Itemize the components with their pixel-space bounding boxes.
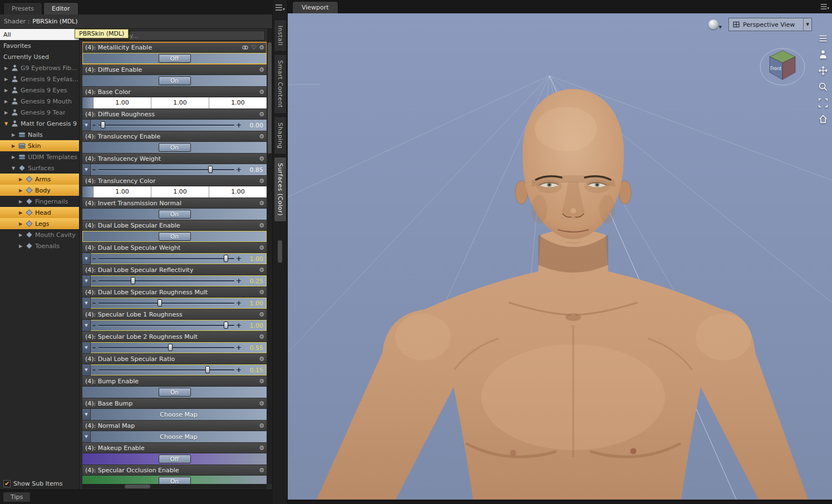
increment-button[interactable]: + (235, 366, 242, 374)
slider-options-icon[interactable]: ▼ (82, 253, 91, 264)
slider-options-icon[interactable]: ▼ (82, 120, 91, 131)
tree-expand-icon[interactable]: ▶ (3, 66, 9, 71)
gear-icon[interactable]: ⚙ (259, 89, 264, 95)
sidebar-item-nails[interactable]: ▶Nails (0, 129, 79, 140)
slider-track[interactable] (97, 164, 235, 175)
tree-expand-icon[interactable]: ▶ (18, 221, 23, 226)
tree-expand-icon[interactable]: ▶ (18, 177, 23, 182)
tree-expand-icon[interactable]: ▶ (3, 99, 9, 104)
sidebar-item-genesis-9-tear[interactable]: ▶Genesis 9 Tear (0, 107, 79, 118)
properties-vertical-scrollbar[interactable] (267, 29, 272, 484)
sidebar-item-mouth-cavity[interactable]: ▶Mouth Cavity (0, 229, 79, 240)
gear-icon[interactable]: ⚙ (259, 111, 264, 117)
decrement-button[interactable]: – (91, 277, 97, 285)
toggle-button[interactable]: On (159, 143, 191, 152)
gear-icon[interactable]: ⚙ (259, 378, 264, 384)
show-sub-items-checkbox[interactable]: ✔ (3, 480, 11, 487)
map-options-icon[interactable]: ▼ (82, 409, 91, 420)
tree-collapse-icon[interactable]: ▼ (11, 166, 16, 171)
increment-button[interactable]: + (235, 255, 242, 263)
tree-expand-icon[interactable]: ▶ (18, 244, 23, 249)
increment-button[interactable]: + (235, 299, 242, 307)
toggle-button[interactable]: Off (159, 454, 191, 463)
sidebar-item-head[interactable]: ▶Head (0, 207, 79, 218)
slider-options-icon[interactable]: ▼ (82, 364, 91, 375)
tree-expand-icon[interactable]: ▶ (11, 144, 16, 149)
increment-button[interactable]: + (235, 344, 242, 352)
tree-expand-icon[interactable]: ▶ (11, 132, 16, 137)
toggle-button[interactable]: On (159, 232, 191, 241)
gear-icon[interactable]: ⚙ (259, 178, 264, 184)
sidebar-item-skin[interactable]: ▶Skin (0, 140, 79, 151)
toggle-button[interactable]: On (159, 477, 191, 484)
gear-icon[interactable]: ⚙ (259, 67, 264, 73)
increment-button[interactable]: + (235, 166, 242, 174)
property-control[interactable]: On (82, 387, 267, 398)
slider-options-icon[interactable]: ▼ (82, 320, 91, 331)
slider-options-icon[interactable]: ▼ (82, 164, 91, 175)
sidebar-item-currently-used[interactable]: Currently Used (0, 51, 79, 62)
decrement-button[interactable]: – (91, 166, 97, 174)
increment-button[interactable]: + (235, 322, 242, 329)
sidebar-item-body[interactable]: ▶Body (0, 185, 79, 196)
sidebar-item-favorites[interactable]: Favorites (0, 40, 79, 51)
property-control[interactable]: 1.001.001.00 (82, 186, 267, 197)
slider-handle[interactable] (208, 166, 213, 173)
toggle-button[interactable]: On (159, 210, 191, 219)
viewport-pane-menu-icon[interactable] (820, 3, 830, 11)
sidebar-item-surfaces[interactable]: ▼Surfaces (0, 162, 79, 174)
choose-map-button[interactable]: Choose Map (91, 433, 267, 441)
property-control[interactable]: ▼Choose Map (82, 409, 267, 420)
gear-icon[interactable]: ⚙ (259, 45, 264, 51)
gear-icon[interactable]: ⚙ (259, 289, 264, 295)
gear-icon[interactable]: ⚙ (259, 423, 264, 429)
slider-handle[interactable] (168, 344, 173, 351)
tab-shaping[interactable]: Shaping (274, 116, 287, 155)
property-control[interactable]: ▼–+0.25 (82, 275, 267, 286)
gear-icon[interactable]: ⚙ (259, 245, 264, 251)
property-control[interactable]: 1.001.001.00 (82, 97, 267, 108)
home-icon[interactable] (817, 113, 829, 125)
property-control[interactable]: Off (82, 453, 267, 465)
gear-icon[interactable]: ⚙ (259, 156, 264, 162)
sidebar-item-genesis-9-mouth[interactable]: ▶Genesis 9 Mouth (0, 96, 79, 107)
slider-track[interactable] (97, 342, 235, 353)
color-swatch[interactable] (82, 97, 93, 108)
decrement-button[interactable]: – (91, 121, 97, 129)
toggle-button[interactable]: On (159, 76, 191, 85)
slider-track[interactable] (97, 120, 235, 131)
view-selector-dropdown[interactable]: Perspective View ▼ (728, 18, 812, 31)
tab-editor[interactable]: Editor (43, 2, 78, 14)
tab-presets[interactable]: Presets (3, 2, 42, 14)
slider-handle[interactable] (224, 322, 228, 329)
tree-expand-icon[interactable]: ▶ (11, 155, 16, 160)
tips-button[interactable]: Tips (3, 492, 31, 502)
shader-name-label[interactable]: PBRSkin (MDL) (32, 18, 77, 25)
tab-viewport[interactable]: Viewport (292, 1, 338, 13)
style-lines-icon[interactable] (817, 32, 829, 45)
tab-install[interactable]: Install (274, 19, 287, 52)
sidebar-item-g9-eyebrows-fib[interactable]: ▶G9 Eyebrows Fib... (0, 62, 79, 73)
property-control[interactable]: On (82, 142, 267, 153)
zoom-icon[interactable] (817, 81, 829, 93)
sidebar-item-fingernails[interactable]: ▶Fingernails (0, 196, 79, 207)
slider-track[interactable] (97, 298, 235, 309)
sidebar-item-matt-for-genesis-9[interactable]: ▼Matt for Genesis 9 (0, 118, 79, 129)
sidebar-item-udim-templates[interactable]: ▶UDIM Templates (0, 151, 79, 162)
toggle-button[interactable]: Off (159, 54, 191, 63)
draw-style-sphere-control[interactable]: ▼ (708, 19, 722, 29)
tree-expand-icon[interactable]: ▶ (3, 110, 9, 115)
sidebar-item-genesis-9-eyelas[interactable]: ▶Genesis 9 Eyelas... (0, 73, 79, 85)
view-navigation-cube[interactable]: Front (759, 42, 806, 89)
property-control[interactable]: ▼–+0.55 (82, 342, 267, 353)
slider-handle[interactable] (224, 255, 228, 262)
scrollbar-thumb[interactable] (268, 42, 272, 154)
property-control[interactable]: ▼–+0.00 (82, 120, 267, 131)
property-control[interactable]: On (82, 209, 267, 220)
gear-icon[interactable]: ⚙ (259, 223, 264, 229)
pane-menu-icon[interactable] (274, 3, 285, 12)
sidebar-item-genesis-9-eyes[interactable]: ▶Genesis 9 Eyes (0, 85, 79, 96)
toggle-button[interactable]: On (159, 388, 191, 397)
increment-button[interactable]: + (235, 277, 242, 285)
sidebar-item-all[interactable]: All (0, 29, 79, 40)
